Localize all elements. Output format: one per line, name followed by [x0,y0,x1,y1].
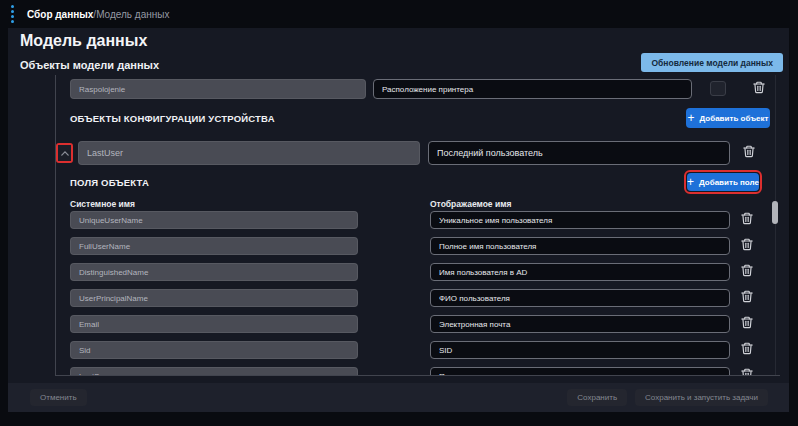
field-system-name-input[interactable] [70,79,366,99]
device-config-section-header: ОБЪЕКТЫ КОНФИГУРАЦИИ УСТРОЙСТВА + Добави… [56,108,780,129]
save-and-run-button[interactable]: Сохранить и запустить задачи [635,389,768,406]
field-system-name-input[interactable] [70,367,358,376]
field-rows [56,211,780,376]
chevron-up-icon [61,151,69,156]
trash-icon [752,80,766,95]
add-object-label: Добавить объект [700,114,769,123]
trash-icon [740,367,754,376]
field-display-name-input[interactable] [430,211,730,229]
previous-object-field-row [56,79,780,99]
delete-field-button[interactable] [740,237,754,252]
column-header-display-name: Отображаемое имя [430,199,511,209]
object-display-name-input[interactable] [428,141,730,165]
delete-field-button[interactable] [740,367,754,376]
footer-bar: Отменить Сохранить Сохранить и запустить… [8,383,789,412]
scrollbar-thumb[interactable] [772,201,778,224]
breadcrumb-primary[interactable]: Сбор данных [27,9,93,20]
footer-right-group: Сохранить Сохранить и запустить задачи [567,389,768,406]
device-config-section-title: ОБЪЕКТЫ КОНФИГУРАЦИИ УСТРОЙСТВА [70,108,275,129]
object-system-name-input[interactable] [78,141,420,165]
field-row [56,367,780,376]
add-field-button[interactable]: + Добавить поле [687,173,759,191]
field-row [56,263,780,281]
field-display-name-input[interactable] [373,79,692,99]
delete-field-button[interactable] [740,341,754,356]
save-button[interactable]: Сохранить [567,389,627,406]
update-model-button[interactable]: Обновление модели данных [641,53,783,72]
page-title: Модель данных [20,32,147,50]
field-row [56,237,780,255]
objects-scroll-container: ОБЪЕКТЫ КОНФИГУРАЦИИ УСТРОЙСТВА + Добави… [55,75,780,376]
field-display-name-input[interactable] [430,289,730,307]
field-system-name-input[interactable] [70,341,358,359]
fields-section-title: ПОЛЯ ОБЪЕКТА [70,170,149,195]
field-system-name-input[interactable] [70,211,358,229]
field-system-name-input[interactable] [70,289,358,307]
top-bar: Сбор данных/Модель данных [0,0,798,28]
field-display-name-input[interactable] [430,237,730,255]
collapse-object-button[interactable] [58,145,71,161]
fields-section-header: ПОЛЯ ОБЪЕКТА + Добавить поле [56,170,780,195]
plus-icon: + [687,176,694,188]
breadcrumb-secondary: /Модель данных [93,9,169,20]
field-row [56,211,780,229]
delete-field-button[interactable] [752,80,766,95]
trash-icon [740,211,754,226]
scrollbar-track [775,75,776,375]
add-field-highlight: + Добавить поле [684,170,762,194]
field-row [56,341,780,359]
field-system-name-input[interactable] [70,263,358,281]
field-checkbox[interactable] [710,81,726,96]
trash-icon [742,144,756,159]
field-display-name-input[interactable] [430,263,730,281]
field-display-name-input[interactable] [430,367,730,376]
field-display-name-input[interactable] [430,315,730,333]
field-system-name-input[interactable] [70,315,358,333]
field-system-name-input[interactable] [70,237,358,255]
cancel-button[interactable]: Отменить [30,389,87,406]
field-display-name-input[interactable] [430,341,730,359]
delete-field-button[interactable] [740,315,754,330]
main-panel: Модель данных Объекты модели данных Обно… [8,28,789,412]
trash-icon [740,263,754,278]
delete-field-button[interactable] [740,289,754,304]
column-header-system-name: Системное имя [70,199,135,209]
collapse-highlight [56,143,73,163]
add-field-label: Добавить поле [699,178,759,187]
breadcrumb: Сбор данных/Модель данных [27,9,169,20]
field-column-headers: Системное имя Отображаемое имя [56,199,780,211]
field-row [56,289,780,307]
trash-icon [740,237,754,252]
object-card-header [56,141,780,165]
plus-icon: + [688,112,695,124]
delete-field-button[interactable] [740,211,754,226]
field-row [56,315,780,333]
delete-object-button[interactable] [742,144,756,159]
trash-icon [740,289,754,304]
trash-icon [740,315,754,330]
delete-field-button[interactable] [740,263,754,278]
add-object-button[interactable]: + Добавить объект [686,108,770,128]
trash-icon [740,341,754,356]
objects-heading: Объекты модели данных [20,59,159,71]
menu-dots-icon[interactable] [11,5,14,23]
